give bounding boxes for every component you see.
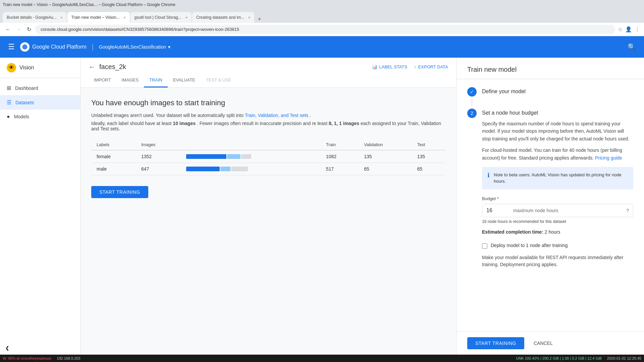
tab-close-0[interactable]: × [61,16,63,19]
budget-hint: 16 node hours is recommended for this da… [482,219,633,224]
topbar-divider: | [92,43,94,51]
right-panel-header: Train new model [457,58,644,79]
status-right: UNK 100.42% | 200.2 GiB | 1.00 | 0.2 GiB… [516,356,641,360]
sidebar-collapse-btn[interactable]: ❮ [0,341,80,355]
budget-input[interactable] [482,204,509,217]
tab-close-1[interactable]: × [124,16,126,19]
export-data-button[interactable]: ↑ EXPORT DATA [414,64,448,69]
step-1-line [472,98,472,106]
female-bar-blue [186,154,226,159]
topbar: ☰ Google Cloud Platform | GoogleAutoMLSe… [0,36,644,58]
dataset-actions: 📊 LABEL STATS ↑ EXPORT DATA [372,64,448,69]
budget-help-icon[interactable]: ? [622,204,633,217]
step-2-desc2: For cloud-hosted model. You can train fo… [482,146,633,162]
dataset-view: ← faces_2k 📊 LABEL STATS ↑ EXPORT DATA I… [80,58,456,355]
sidebar-item-models[interactable]: ● Models [0,110,80,124]
gcp-logo-icon [20,42,30,52]
models-icon: ● [7,114,10,120]
row-female-bar [181,150,321,163]
pricing-guide-link[interactable]: Pricing guide [595,155,622,161]
right-panel-footer: START TRAINING CANCEL [457,331,644,355]
tab-import[interactable]: IMPORT [89,73,116,87]
start-training-panel-button[interactable]: START TRAINING [467,337,524,349]
dataset-name: faces_2k [99,63,126,71]
step-2: 2 Set a node hour budget Specify the max… [467,109,633,268]
menu-icon[interactable]: ⋮ [635,26,640,33]
tab-evaluate[interactable]: EVALUATE [168,73,201,87]
right-panel: Train new model ✓ Define your model 2 S [456,58,644,355]
new-tab-button[interactable]: + [255,16,264,23]
sidebar-item-dashboard-label: Dashboard [15,85,38,91]
table-row-female: female 1352 1082 135 135 [91,150,445,163]
cancel-button[interactable]: CANCEL [528,337,558,349]
row-male-label: male [91,163,136,175]
status-left2: 192.168.0.203 [57,356,80,360]
dashboard-icon: ⊞ [7,85,11,91]
col-train: Train [321,139,359,150]
sidebar-item-datasets[interactable]: ☰ Datasets [0,95,80,110]
tab-images[interactable]: IMAGES [116,73,144,87]
info-box: ℹ Note to beta users: AutoML Vision has … [482,167,633,189]
row-female-label: female [91,150,136,163]
search-icon[interactable]: 🔍 [628,43,636,51]
status-right1: UNK 100.42% | 200.2 GiB | 1.00 | 0.2 GiB… [516,356,601,360]
deploy-checkbox[interactable] [482,243,487,249]
step-1-indicator: ✓ [467,87,477,106]
train-desc-1: Unlabeled images aren't used. Your datas… [91,113,445,118]
row-female-validation: 135 [359,150,412,163]
info-text: Note to beta users: AutoML Vision has up… [494,172,628,185]
reload-button[interactable]: ↻ [25,25,33,34]
step-1-content: Define your model [482,87,633,106]
topbar-hamburger-icon[interactable]: ☰ [8,43,15,51]
back-nav-button[interactable]: ← [4,25,12,34]
bookmark-icon[interactable]: ☆ [618,26,623,33]
dataset-back-button[interactable]: ← [89,63,95,71]
train-validation-test-link[interactable]: Train, Validation, and Test sets [245,113,309,118]
project-dropdown-icon: ▾ [168,44,170,50]
tab-bucket-details[interactable]: Bucket details - GoogleAu... × [3,12,67,23]
tab-train-new-model[interactable]: Train new model – Vision... × [67,12,130,23]
tab-gsutil[interactable]: gsutil tool | Cloud Storag... × [130,12,192,23]
tab-label-3: Creating datasets and im... [196,15,244,20]
row-female-train: 1082 [321,150,359,163]
dataset-header: ← faces_2k 📊 LABEL STATS ↑ EXPORT DATA I… [80,58,456,88]
export-data-icon: ↑ [414,64,416,69]
tab-label-2: gsutil tool | Cloud Storag... [135,15,182,20]
profile-icon[interactable]: 👤 [625,26,632,33]
sidebar-product-name: Vision [19,65,34,71]
collapse-icon: ❮ [5,345,9,351]
url-input[interactable] [35,25,615,34]
start-training-main-button[interactable]: START TRAINING [91,186,148,198]
male-progress-bar [186,167,253,171]
label-stats-label: LABEL STATS [379,64,408,69]
topbar-search-btn[interactable]: 🔍 [628,43,636,51]
project-name: GoogleAutoMLSexClassification [99,44,166,50]
label-stats-icon: 📊 [372,64,377,69]
label-stats-button[interactable]: 📊 LABEL STATS [372,64,408,69]
col-labels: Labels [91,139,136,150]
forward-nav-button[interactable]: → [15,25,23,34]
topbar-logo-area: Google Cloud Platform [20,42,87,52]
sidebar-item-dashboard[interactable]: ⊞ Dashboard [0,81,80,95]
completion-value: 2 hours [545,229,560,235]
step-1-circle: ✓ [467,87,477,97]
budget-unit-label: maximum node hours [509,204,622,217]
table-row-male: male 647 517 65 65 [91,163,445,175]
step-2-desc1: Specify the maximum number of node hours… [482,120,633,142]
project-selector[interactable]: GoogleAutoMLSexClassification ▾ [99,44,170,50]
tab-close-2[interactable]: × [185,16,187,19]
tab-test-use[interactable]: TEST & USE [201,73,237,87]
row-female-test: 135 [412,150,445,163]
status-bar: W: 86% at smootheyesplease 192.168.0.203… [0,355,644,362]
tab-train[interactable]: TRAIN [144,73,168,87]
sidebar-item-datasets-label: Datasets [15,100,34,105]
completion-label: Estimated completion time: [482,229,543,235]
dataset-title-row: ← faces_2k 📊 LABEL STATS ↑ EXPORT DATA [89,58,448,73]
tab-close-3[interactable]: × [248,16,250,19]
info-icon: ℹ [487,172,490,185]
step-2-indicator: 2 [467,109,477,268]
tab-creating-datasets[interactable]: Creating datasets and im... × [192,12,254,23]
status-left1: W: 86% at smootheyesplease [3,356,51,360]
male-bar-blue [186,167,220,171]
row-male-test: 65 [412,163,445,175]
